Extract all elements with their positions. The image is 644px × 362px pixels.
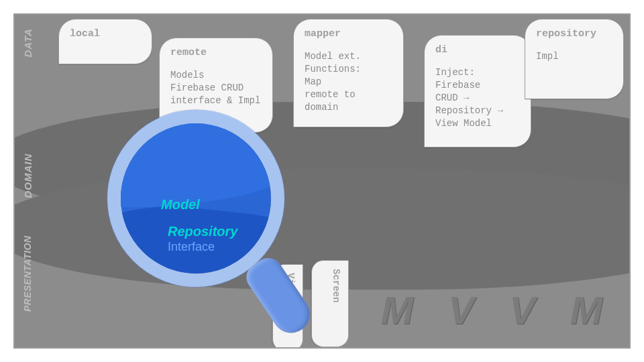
card-body: Model ext. Functions: Map remote to doma… [305,51,361,113]
card-body: Inject: Firebase CRUD → Repository → Vie… [435,67,503,129]
layer-label-data: DATA [22,38,34,58]
card-local: local [58,19,152,64]
card-repository: repository Impl [525,19,624,99]
tab-view: View [272,264,303,349]
architecture-diagram: DATA DOMAIN PRESENTATION local remote Mo… [13,13,631,349]
card-title: di [435,44,520,57]
mvvm-watermark: M V V M [381,288,614,333]
tab-label: Screen [331,269,341,302]
card-mapper: mapper Model ext. Functions: Map remote … [293,19,404,127]
card-title: remote [170,46,262,60]
tab-label: View [285,273,296,296]
card-title: repository [536,27,612,41]
card-body: Impl [536,51,559,62]
card-body: Models Firebase CRUD interface & Impl [170,70,260,106]
layer-label-domain: DOMAIN [22,178,34,198]
tab-screen: Screen [311,260,349,347]
card-title: local [70,27,141,41]
card-title: mapper [305,27,392,41]
layer-label-presentation: PRESENTATION [22,292,33,312]
card-di: di Inject: Firebase CRUD → Repository → … [424,35,531,147]
card-remote: remote Models Firebase CRUD interface & … [159,38,273,133]
